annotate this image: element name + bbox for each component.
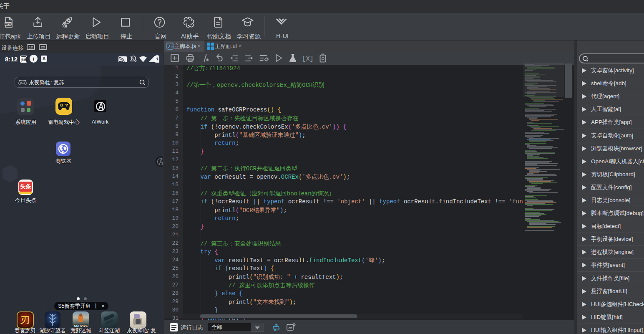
svg-text:APK: APK xyxy=(5,22,12,26)
svg-text:JS: JS xyxy=(171,46,174,48)
svg-text:P: P xyxy=(61,104,63,107)
svg-text:[X]: [X] xyxy=(303,55,313,63)
